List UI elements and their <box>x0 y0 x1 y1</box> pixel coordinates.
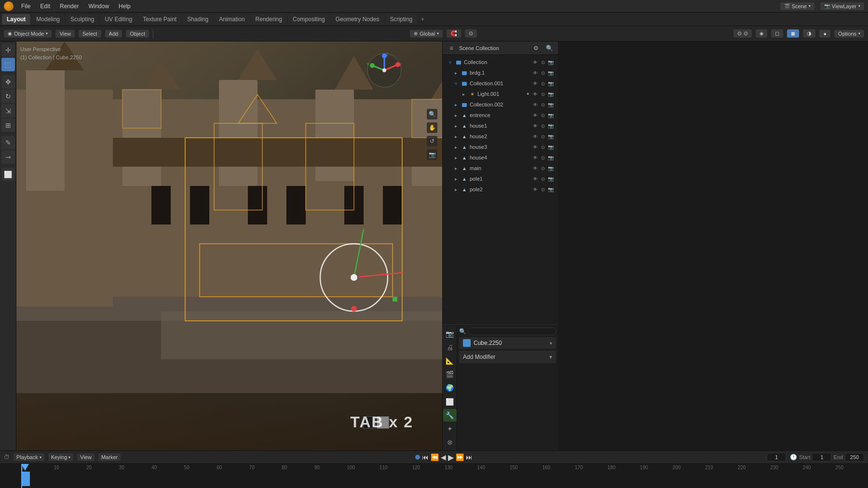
object-menu[interactable]: Object <box>126 30 149 38</box>
pole1-label: pole1 <box>470 176 532 182</box>
outliner-item-collection002[interactable]: ▸ Collection.002 👁 ⊙ 📷 <box>443 99 558 110</box>
annotate-tool[interactable]: ✎ <box>1 136 15 149</box>
tab-shading[interactable]: Shading <box>182 14 213 25</box>
outliner-item-house1[interactable]: ▸ ▲ house1 👁 ⊙ 📷 <box>443 120 558 131</box>
wireframe-shading[interactable]: ◻ <box>771 29 783 38</box>
outliner-item-collection[interactable]: ▿ Collection 👁 ⊙ 📷 <box>443 57 558 67</box>
play-reverse-button[interactable]: ◀ <box>441 453 446 461</box>
cursor-tool[interactable]: ✛ <box>1 43 15 57</box>
tab-texture-paint[interactable]: Texture Paint <box>138 14 181 25</box>
tab-uv-editing[interactable]: UV Editing <box>100 14 137 25</box>
camera-icon[interactable]: 📷 <box>427 149 437 160</box>
select-box-tool[interactable]: ⬚ <box>1 58 15 71</box>
vis-cursor-icon[interactable]: ⊙ <box>540 60 546 65</box>
scale-tool[interactable]: ⇲ <box>1 104 15 118</box>
rotate-view-icon[interactable]: ↺ <box>427 136 437 146</box>
options-button[interactable]: Options ▾ <box>834 30 864 38</box>
view-menu-timeline[interactable]: View <box>77 453 95 461</box>
tab-rendering[interactable]: Rendering <box>251 14 287 25</box>
add-menu[interactable]: Add <box>105 30 122 38</box>
tab-scripting[interactable]: Scripting <box>385 14 417 25</box>
prop-tab-render[interactable]: 📷 <box>443 328 457 340</box>
tab-geometry-nodes[interactable]: Geometry Nodes <box>331 14 384 25</box>
start-frame-input[interactable]: 1 <box>812 453 831 462</box>
menu-file[interactable]: File <box>19 2 32 11</box>
proportional-edit-button[interactable]: ⊙ <box>465 29 477 38</box>
outliner-search-icon[interactable]: 🔍 <box>543 42 555 54</box>
add-cube-tool[interactable]: ⬜ <box>1 168 15 181</box>
select-menu[interactable]: Select <box>79 30 101 38</box>
pan-icon[interactable]: ✋ <box>427 122 437 133</box>
outliner-item-brdg1[interactable]: ▸ brdg.1 👁 ⊙ 📷 <box>443 67 558 78</box>
menu-edit[interactable]: Edit <box>38 2 52 11</box>
outliner-item-pole2[interactable]: ▸ ▲ pole2 👁 ⊙ 📷 <box>443 184 558 195</box>
add-modifier-button[interactable]: Add Modifier ▾ <box>459 351 556 363</box>
prop-tab-object[interactable]: ⬜ <box>443 396 457 408</box>
overlays-button[interactable]: ⊙⊙ <box>733 29 752 38</box>
cube-icon <box>463 339 471 347</box>
rendered-shading[interactable]: ● <box>819 30 830 38</box>
zoom-icon[interactable]: 🔍 <box>427 109 437 119</box>
tab-sculpting[interactable]: Sculpting <box>66 14 99 25</box>
transform-gizmo[interactable]: Z X Y <box>365 51 404 90</box>
outliner-item-house3[interactable]: ▸ ▲ house3 👁 ⊙ 📷 <box>443 142 558 152</box>
viewlayer-selector[interactable]: 📷 ViewLayer ▾ <box>820 2 864 10</box>
prop-search-input[interactable] <box>468 328 556 335</box>
prop-tab-view-layer[interactable]: 📐 <box>443 355 457 367</box>
vis-eye-icon[interactable]: 👁 <box>532 60 539 65</box>
prop-tab-output[interactable]: 🖨 <box>443 341 457 354</box>
solid-shading[interactable]: ◼ <box>787 29 799 38</box>
tab-animation[interactable]: Animation <box>214 14 249 25</box>
move-tool[interactable]: ✥ <box>1 75 15 89</box>
menu-window[interactable]: Window <box>86 2 111 11</box>
step-back-button[interactable]: ⏪ <box>431 453 439 461</box>
prop-tab-world[interactable]: 🌍 <box>443 382 457 394</box>
prop-tab-modifier[interactable]: 🔧 <box>443 409 457 422</box>
vis-render-icon[interactable]: 📷 <box>547 60 554 65</box>
outliner-item-house4[interactable]: ▸ ▲ house4 👁 ⊙ 📷 <box>443 152 558 163</box>
outliner-item-entrence[interactable]: ▸ ▲ entrence 👁 ⊙ 📷 <box>443 110 558 120</box>
outliner-item-light001[interactable]: ▸ ☀ Light.001 ✦ 👁 ⊙ 📷 <box>443 89 558 99</box>
prop-expand-icon[interactable]: ▾ <box>550 341 552 346</box>
frame-10: 10 <box>54 465 87 470</box>
step-forward-button[interactable]: ⏩ <box>456 453 464 461</box>
svg-rect-53 <box>456 61 461 65</box>
prop-tab-particles[interactable]: ✦ <box>443 422 457 435</box>
end-frame-input[interactable]: 250 <box>845 453 864 462</box>
keying-menu[interactable]: Keying ▾ <box>48 453 74 461</box>
xray-button[interactable]: ◈ <box>756 29 767 38</box>
pole2-label: pole2 <box>470 186 532 192</box>
menu-render[interactable]: Render <box>58 2 81 11</box>
tab-layout[interactable]: Layout <box>2 14 30 25</box>
orientation-selector[interactable]: ⊕ Global ▾ <box>410 30 443 38</box>
outliner-item-collection001[interactable]: ▿ Collection.001 👁 ⊙ 📷 <box>443 78 558 89</box>
scene-selector[interactable]: 🎬 Scene ▾ <box>780 2 814 10</box>
tab-modeling[interactable]: Modeling <box>31 14 65 25</box>
view-menu[interactable]: View <box>55 30 75 38</box>
play-button[interactable]: ▶ <box>448 453 454 462</box>
prop-tab-physics[interactable]: ⊗ <box>443 436 457 448</box>
material-preview-shading[interactable]: ◑ <box>803 29 815 38</box>
menu-help[interactable]: Help <box>117 2 133 11</box>
timeline-icon[interactable]: ⏱ <box>4 454 10 461</box>
rotate-tool[interactable]: ↻ <box>1 90 15 103</box>
outliner-item-pole1[interactable]: ▸ ▲ pole1 👁 ⊙ 📷 <box>443 173 558 184</box>
playback-menu[interactable]: Playback ▾ <box>14 453 44 461</box>
mode-selector[interactable]: ◉ Object Mode ▾ <box>4 30 52 38</box>
transform-tool[interactable]: ⊞ <box>1 119 15 132</box>
timeline-scrubber[interactable]: 1 10 20 30 40 50 60 70 80 90 100 110 120… <box>0 464 868 488</box>
jump-end-button[interactable]: ⏭ <box>466 453 473 461</box>
record-button[interactable] <box>415 455 420 460</box>
prop-tab-scene[interactable]: 🎬 <box>443 368 457 381</box>
tab-compositing[interactable]: Compositing <box>288 14 330 25</box>
add-workspace-button[interactable]: + <box>418 15 427 24</box>
outliner-item-house2[interactable]: ▸ ▲ house2 👁 ⊙ 📷 <box>443 131 558 142</box>
outliner-filter-icon[interactable]: ⚙ <box>530 42 542 54</box>
3d-viewport[interactable]: User Perspective (1) Collection | Cube.2… <box>16 41 442 450</box>
outliner-item-main[interactable]: ▸ ▲ main 👁 ⊙ 📷 <box>443 163 558 173</box>
measure-tool[interactable]: ⊸ <box>1 150 15 164</box>
jump-start-button[interactable]: ⏮ <box>422 453 429 461</box>
marker-menu[interactable]: Marker <box>98 453 121 461</box>
snap-button[interactable]: 🧲 <box>447 29 461 38</box>
current-frame-input[interactable] <box>767 453 786 462</box>
